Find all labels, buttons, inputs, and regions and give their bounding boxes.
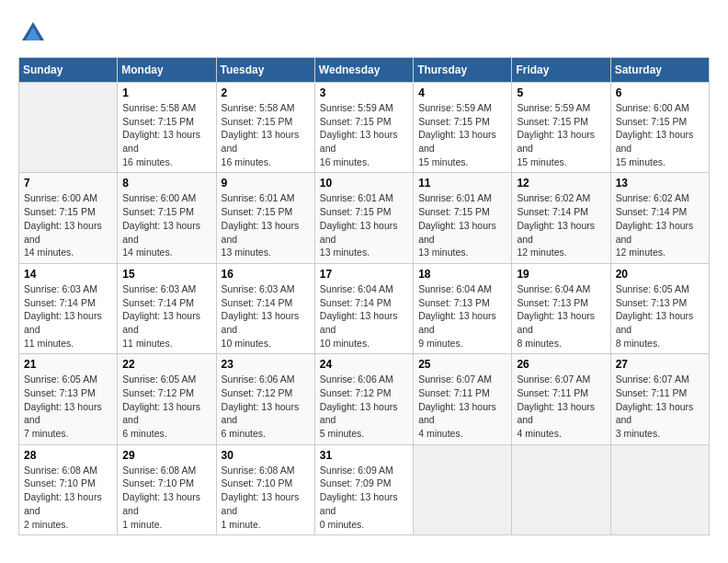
calendar-cell: 23Sunrise: 6:06 AMSunset: 7:12 PMDayligh… xyxy=(216,354,314,444)
cell-info: Sunrise: 6:05 AMSunset: 7:13 PMDaylight:… xyxy=(616,282,704,350)
day-of-week-header: Friday xyxy=(512,58,610,83)
calendar-cell: 8Sunrise: 6:00 AMSunset: 7:15 PMDaylight… xyxy=(118,173,216,263)
day-number: 2 xyxy=(222,86,310,99)
cell-info: Sunrise: 6:01 AMSunset: 7:15 PMDaylight:… xyxy=(320,191,408,259)
cell-info: Sunrise: 6:00 AMSunset: 7:15 PMDaylight:… xyxy=(616,101,704,168)
cell-info: Sunrise: 6:01 AMSunset: 7:15 PMDaylight:… xyxy=(418,191,506,259)
day-number: 28 xyxy=(24,449,112,462)
day-number: 15 xyxy=(122,268,210,281)
cell-info: Sunrise: 6:03 AMSunset: 7:14 PMDaylight:… xyxy=(24,282,112,350)
logo xyxy=(18,18,51,48)
calendar-cell: 31Sunrise: 6:09 AMSunset: 7:09 PMDayligh… xyxy=(314,444,413,534)
day-number: 31 xyxy=(320,449,408,462)
calendar-cell: 20Sunrise: 6:05 AMSunset: 7:13 PMDayligh… xyxy=(610,263,709,353)
day-number: 4 xyxy=(418,86,506,99)
cell-info: Sunrise: 6:08 AMSunset: 7:10 PMDaylight:… xyxy=(122,464,210,531)
day-number: 17 xyxy=(320,268,408,281)
day-number: 30 xyxy=(222,449,310,462)
cell-info: Sunrise: 6:05 AMSunset: 7:13 PMDaylight:… xyxy=(24,373,112,440)
calendar-cell: 30Sunrise: 6:08 AMSunset: 7:10 PMDayligh… xyxy=(216,444,314,534)
calendar-cell: 7Sunrise: 6:00 AMSunset: 7:15 PMDaylight… xyxy=(19,173,118,263)
calendar-cell: 25Sunrise: 6:07 AMSunset: 7:11 PMDayligh… xyxy=(414,354,512,444)
logo-icon xyxy=(18,18,48,48)
calendar-cell: 27Sunrise: 6:07 AMSunset: 7:11 PMDayligh… xyxy=(610,354,709,444)
cell-info: Sunrise: 5:59 AMSunset: 7:15 PMDaylight:… xyxy=(320,101,408,168)
day-number: 25 xyxy=(418,358,506,371)
calendar-cell: 12Sunrise: 6:02 AMSunset: 7:14 PMDayligh… xyxy=(512,173,610,263)
calendar-cell xyxy=(610,444,709,534)
day-number: 16 xyxy=(222,268,310,281)
calendar-cell: 22Sunrise: 6:05 AMSunset: 7:12 PMDayligh… xyxy=(118,354,216,444)
day-number: 29 xyxy=(122,449,210,462)
page-header xyxy=(18,18,710,48)
calendar-cell: 19Sunrise: 6:04 AMSunset: 7:13 PMDayligh… xyxy=(512,263,610,353)
calendar-cell xyxy=(414,444,512,534)
calendar-cell: 15Sunrise: 6:03 AMSunset: 7:14 PMDayligh… xyxy=(118,263,216,353)
day-number: 11 xyxy=(418,177,506,190)
day-of-week-header: Saturday xyxy=(610,58,709,83)
cell-info: Sunrise: 6:04 AMSunset: 7:14 PMDaylight:… xyxy=(320,282,408,350)
cell-info: Sunrise: 6:00 AMSunset: 7:15 PMDaylight:… xyxy=(122,191,210,259)
calendar-cell: 29Sunrise: 6:08 AMSunset: 7:10 PMDayligh… xyxy=(118,444,216,534)
cell-info: Sunrise: 6:05 AMSunset: 7:12 PMDaylight:… xyxy=(122,373,210,440)
calendar-cell: 1Sunrise: 5:58 AMSunset: 7:15 PMDaylight… xyxy=(118,83,216,173)
day-number: 9 xyxy=(222,177,310,190)
calendar-week-row: 14Sunrise: 6:03 AMSunset: 7:14 PMDayligh… xyxy=(19,263,710,353)
day-number: 5 xyxy=(517,86,605,99)
day-number: 21 xyxy=(24,358,112,371)
cell-info: Sunrise: 6:07 AMSunset: 7:11 PMDaylight:… xyxy=(418,373,506,440)
cell-info: Sunrise: 6:07 AMSunset: 7:11 PMDaylight:… xyxy=(517,373,605,440)
calendar-cell: 16Sunrise: 6:03 AMSunset: 7:14 PMDayligh… xyxy=(216,263,314,353)
calendar-week-row: 1Sunrise: 5:58 AMSunset: 7:15 PMDaylight… xyxy=(19,83,710,173)
day-number: 8 xyxy=(122,177,210,190)
calendar-week-row: 28Sunrise: 6:08 AMSunset: 7:10 PMDayligh… xyxy=(19,444,710,534)
calendar-cell: 28Sunrise: 6:08 AMSunset: 7:10 PMDayligh… xyxy=(19,444,118,534)
day-number: 14 xyxy=(24,268,112,281)
calendar-table: SundayMondayTuesdayWednesdayThursdayFrid… xyxy=(18,57,710,535)
day-number: 20 xyxy=(616,268,704,281)
day-of-week-header: Monday xyxy=(118,58,216,83)
cell-info: Sunrise: 6:06 AMSunset: 7:12 PMDaylight:… xyxy=(222,373,310,440)
day-number: 26 xyxy=(517,358,605,371)
cell-info: Sunrise: 6:09 AMSunset: 7:09 PMDaylight:… xyxy=(320,464,408,531)
cell-info: Sunrise: 5:59 AMSunset: 7:15 PMDaylight:… xyxy=(418,101,506,168)
calendar-week-row: 21Sunrise: 6:05 AMSunset: 7:13 PMDayligh… xyxy=(19,354,710,444)
calendar-header-row: SundayMondayTuesdayWednesdayThursdayFrid… xyxy=(19,58,710,83)
calendar-cell xyxy=(512,444,610,534)
calendar-cell: 18Sunrise: 6:04 AMSunset: 7:13 PMDayligh… xyxy=(414,263,512,353)
cell-info: Sunrise: 6:07 AMSunset: 7:11 PMDaylight:… xyxy=(616,373,704,440)
cell-info: Sunrise: 6:06 AMSunset: 7:12 PMDaylight:… xyxy=(320,373,408,440)
calendar-cell: 24Sunrise: 6:06 AMSunset: 7:12 PMDayligh… xyxy=(314,354,413,444)
cell-info: Sunrise: 5:58 AMSunset: 7:15 PMDaylight:… xyxy=(122,101,210,168)
calendar-week-row: 7Sunrise: 6:00 AMSunset: 7:15 PMDaylight… xyxy=(19,173,710,263)
calendar-cell: 11Sunrise: 6:01 AMSunset: 7:15 PMDayligh… xyxy=(414,173,512,263)
cell-info: Sunrise: 5:58 AMSunset: 7:15 PMDaylight:… xyxy=(222,101,310,168)
cell-info: Sunrise: 6:08 AMSunset: 7:10 PMDaylight:… xyxy=(24,464,112,531)
calendar-cell: 21Sunrise: 6:05 AMSunset: 7:13 PMDayligh… xyxy=(19,354,118,444)
day-of-week-header: Sunday xyxy=(19,58,118,83)
cell-info: Sunrise: 6:01 AMSunset: 7:15 PMDaylight:… xyxy=(222,191,310,259)
calendar-cell: 26Sunrise: 6:07 AMSunset: 7:11 PMDayligh… xyxy=(512,354,610,444)
cell-info: Sunrise: 6:04 AMSunset: 7:13 PMDaylight:… xyxy=(517,282,605,350)
cell-info: Sunrise: 6:02 AMSunset: 7:14 PMDaylight:… xyxy=(517,191,605,259)
calendar-cell: 10Sunrise: 6:01 AMSunset: 7:15 PMDayligh… xyxy=(314,173,413,263)
day-number: 3 xyxy=(320,86,408,99)
day-number: 13 xyxy=(616,177,704,190)
day-number: 12 xyxy=(517,177,605,190)
calendar-cell: 5Sunrise: 5:59 AMSunset: 7:15 PMDaylight… xyxy=(512,83,610,173)
day-number: 18 xyxy=(418,268,506,281)
day-number: 6 xyxy=(616,86,704,99)
cell-info: Sunrise: 6:03 AMSunset: 7:14 PMDaylight:… xyxy=(122,282,210,350)
day-of-week-header: Wednesday xyxy=(314,58,413,83)
cell-info: Sunrise: 6:00 AMSunset: 7:15 PMDaylight:… xyxy=(24,191,112,259)
calendar-cell: 9Sunrise: 6:01 AMSunset: 7:15 PMDaylight… xyxy=(216,173,314,263)
cell-info: Sunrise: 6:04 AMSunset: 7:13 PMDaylight:… xyxy=(418,282,506,350)
calendar-cell: 3Sunrise: 5:59 AMSunset: 7:15 PMDaylight… xyxy=(314,83,413,173)
day-number: 1 xyxy=(122,86,210,99)
day-number: 24 xyxy=(320,358,408,371)
cell-info: Sunrise: 5:59 AMSunset: 7:15 PMDaylight:… xyxy=(517,101,605,168)
day-of-week-header: Thursday xyxy=(414,58,512,83)
calendar-cell: 4Sunrise: 5:59 AMSunset: 7:15 PMDaylight… xyxy=(414,83,512,173)
calendar-cell: 14Sunrise: 6:03 AMSunset: 7:14 PMDayligh… xyxy=(19,263,118,353)
day-number: 7 xyxy=(24,177,112,190)
